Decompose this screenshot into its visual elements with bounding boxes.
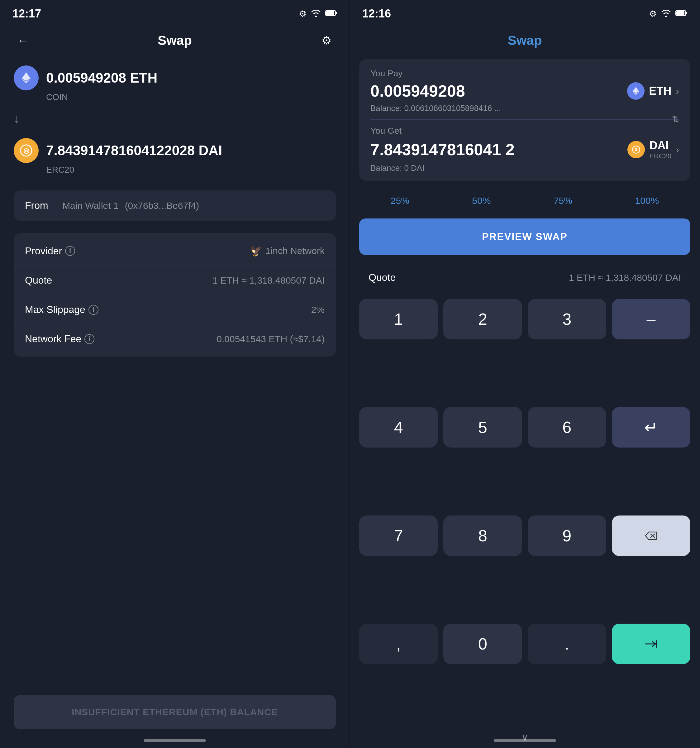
quote-key-right: Quote: [369, 272, 396, 283]
back-button[interactable]: ←: [14, 34, 32, 47]
svg-rect-2: [326, 11, 334, 15]
left-panel: 12:17 ⚙ ← Swap ⚙ 0.005949208 ETH COIN ↓: [0, 0, 350, 748]
dai-coin-icon: ◎: [14, 138, 39, 163]
to-coin-section: ◎ 7.843914781604122028 DAI ERC20: [0, 129, 349, 181]
wifi-icon-left: [310, 8, 322, 19]
svg-text:◎: ◎: [23, 147, 29, 155]
backspace-button[interactable]: [612, 515, 690, 556]
fee-info-icon[interactable]: i: [84, 334, 94, 344]
key-0[interactable]: 0: [443, 623, 522, 664]
pct-25-button[interactable]: 25%: [381, 190, 419, 211]
swap-arrow-down: ↓: [14, 112, 336, 126]
swap-direction-icon[interactable]: ⇅: [672, 114, 679, 125]
status-icons-right: ⚙: [649, 8, 687, 19]
svg-marker-3: [22, 72, 30, 81]
key-1[interactable]: 1: [359, 299, 438, 339]
pct-100-button[interactable]: 100%: [626, 190, 668, 211]
get-token-icon: $: [627, 141, 645, 158]
get-token-select[interactable]: $ DAI ERC20 ›: [627, 139, 679, 160]
percentage-row: 25% 50% 75% 100%: [359, 190, 690, 211]
settings-button[interactable]: ⚙: [317, 34, 336, 47]
from-coin-amount: 0.005949208 ETH: [46, 70, 157, 86]
details-card: Provider i 🦅 1inch Network Quote 1 ETH ≈…: [14, 233, 336, 357]
fee-value: 0.00541543 ETH (≈$7.14): [217, 334, 325, 344]
preview-swap-button[interactable]: PREVIEW SWAP: [359, 219, 690, 255]
page-title-right: Swap: [382, 33, 667, 48]
svg-text:$: $: [635, 147, 638, 152]
wallet-name: Main Wallet 1: [62, 201, 119, 211]
svg-rect-18: [656, 640, 657, 648]
key-4[interactable]: 4: [359, 407, 438, 447]
quote-row-right: Quote 1 ETH ≈ 1,318.480507 DAI: [350, 262, 700, 293]
key-6[interactable]: 6: [528, 407, 606, 447]
get-token-type: ERC20: [649, 152, 671, 160]
svg-marker-10: [633, 87, 639, 93]
key-comma[interactable]: ,: [359, 623, 438, 664]
key-2[interactable]: 2: [443, 299, 522, 339]
pay-amount[interactable]: 0.005949208: [370, 82, 465, 100]
settings-status-icon-left: ⚙: [299, 9, 307, 19]
to-coin-type: ERC20: [46, 165, 336, 175]
key-3[interactable]: 3: [528, 299, 606, 339]
pay-token-name: ETH: [649, 84, 671, 97]
provider-logo-icon: 🦅: [250, 245, 262, 257]
key-5[interactable]: 5: [443, 407, 522, 447]
swap-card: You Pay 0.005949208 ETH › Balance: 0.006…: [359, 59, 690, 181]
time-left: 12:17: [12, 7, 41, 20]
to-coin-row: ◎ 7.843914781604122028 DAI: [14, 138, 336, 163]
key-9[interactable]: 9: [528, 515, 606, 556]
get-balance: Balance: 0 DAI: [370, 163, 679, 173]
to-coin-amount: 7.843914781604122028 DAI: [46, 143, 222, 158]
get-amount-row: 7.8439147816041 2 $ DAI ERC20 ›: [370, 139, 679, 160]
you-get-label: You Get: [370, 126, 679, 136]
page-title-left: Swap: [32, 33, 317, 48]
from-label: From: [25, 200, 56, 211]
pct-50-button[interactable]: 50%: [463, 190, 500, 211]
svg-rect-8: [686, 12, 687, 14]
insufficient-balance-button[interactable]: INSUFFICIENT ETHEREUM (ETH) BALANCE: [14, 695, 336, 729]
pay-token-icon: [627, 82, 645, 100]
status-bar-left: 12:17 ⚙: [0, 0, 349, 25]
home-indicator-left: [144, 739, 206, 742]
from-wallet-row: From Main Wallet 1 (0x76b3...Be67f4): [14, 190, 336, 220]
quote-value: 1 ETH ≈ 1,318.480507 DAI: [213, 275, 325, 286]
key-8[interactable]: 8: [443, 515, 522, 556]
get-token-info: DAI ERC20: [649, 139, 671, 160]
get-token-name: DAI: [649, 139, 671, 152]
pay-amount-row: 0.005949208 ETH ›: [370, 82, 679, 100]
confirm-button[interactable]: [612, 623, 690, 664]
home-indicator-right: [494, 739, 556, 742]
quote-val-right: 1 ETH ≈ 1,318.480507 DAI: [569, 272, 681, 283]
status-bar-right: 12:16 ⚙: [350, 0, 700, 25]
quote-key: Quote: [25, 275, 52, 286]
fee-key: Network Fee i: [25, 333, 94, 345]
key-newline[interactable]: ↵: [612, 407, 690, 447]
slippage-value: 2%: [311, 304, 325, 315]
svg-rect-1: [336, 12, 337, 14]
wallet-address: (0x76b3...Be67f4): [125, 201, 199, 211]
pay-token-select[interactable]: ETH ›: [627, 82, 679, 100]
svg-rect-9: [676, 11, 685, 15]
provider-value: 🦅 1inch Network: [250, 245, 325, 257]
slippage-key: Max Slippage i: [25, 304, 99, 315]
from-coin-row: 0.005949208 ETH: [14, 65, 336, 90]
pct-75-button[interactable]: 75%: [544, 190, 582, 211]
key-minus[interactable]: –: [612, 299, 690, 339]
pay-balance: Balance: 0.006108603105898416 ...: [370, 103, 679, 113]
pay-token-chevron-icon: ›: [676, 85, 679, 97]
get-token-chevron-icon: ›: [676, 144, 679, 155]
battery-icon-right: [676, 9, 687, 19]
time-right: 12:16: [362, 7, 391, 20]
quote-row: Quote 1 ETH ≈ 1,318.480507 DAI: [14, 266, 336, 295]
key-7[interactable]: 7: [359, 515, 438, 556]
right-panel: 12:16 ⚙ Swap You Pay 0.005949208 ETH: [350, 0, 700, 748]
key-dot[interactable]: .: [528, 623, 606, 664]
provider-info-icon[interactable]: i: [65, 246, 75, 256]
from-coin-type: COIN: [46, 92, 336, 102]
chevron-down-row[interactable]: ∨: [350, 726, 700, 748]
header-left: ← Swap ⚙: [0, 25, 349, 56]
settings-status-icon-right: ⚙: [649, 9, 657, 19]
numpad: 1 2 3 – 4 5 6 ↵ 7 8 9 , 0 .: [359, 299, 690, 726]
header-right: Swap: [350, 25, 700, 56]
slippage-info-icon[interactable]: i: [88, 305, 99, 315]
